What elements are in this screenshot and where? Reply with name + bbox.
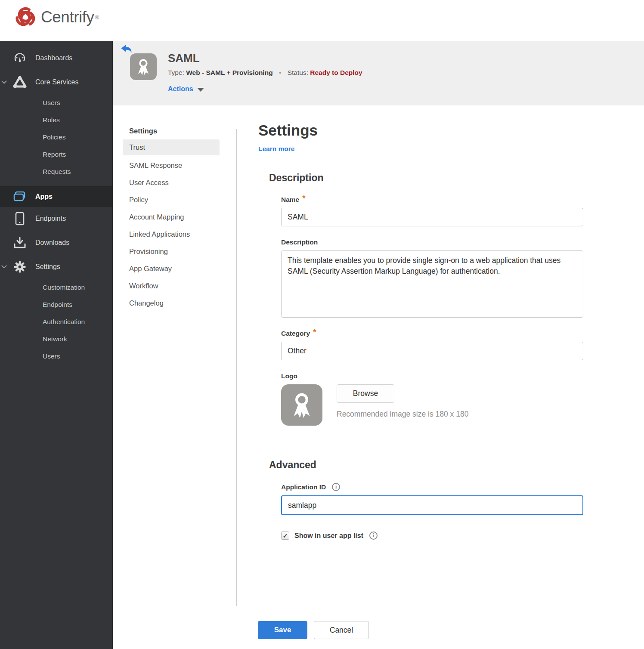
back-arrow-icon[interactable] [121, 44, 133, 55]
subnav-item-policy[interactable]: Policy [123, 191, 220, 208]
sidebar-item-settings-users[interactable]: Users [0, 348, 112, 365]
apps-icon [12, 191, 28, 202]
status-badge: Ready to Deploy [310, 69, 362, 76]
award-ribbon-icon [288, 390, 315, 420]
centrify-swirl-icon [14, 6, 37, 28]
subnav-item-saml-response[interactable]: SAML Response [123, 157, 220, 174]
sidebar-item-policies[interactable]: Policies [0, 129, 112, 146]
description-label: Description [281, 238, 598, 246]
application-id-label: Application ID [281, 483, 326, 491]
app-header: SAML Type: Web - SAML + Provisioning • S… [113, 41, 644, 105]
subnav-list: Trust SAML Response User Access Policy A… [123, 139, 220, 312]
required-asterisk: * [302, 194, 305, 203]
logo-size-hint: Recommended image size is 180 x 180 [337, 410, 468, 419]
sidebar-spacer [0, 41, 112, 46]
application-id-field[interactable] [281, 495, 583, 515]
sidebar-item-requests[interactable]: Requests [0, 163, 112, 180]
sidebar-item-label: Apps [35, 193, 53, 201]
subnav-item-provisioning[interactable]: Provisioning [123, 243, 220, 260]
advanced-heading: Advanced [269, 459, 598, 471]
name-label-row: Name * [281, 196, 598, 204]
sidebar-item-users[interactable]: Users [0, 94, 112, 111]
sidebar-item-dashboards[interactable]: Dashboards [0, 46, 112, 70]
download-icon [12, 236, 28, 249]
sidebar-item-settings-endpoints[interactable]: Endpoints [0, 296, 112, 313]
category-label: Category [281, 330, 310, 337]
gear-icon [12, 260, 28, 273]
sidebar-item-customization[interactable]: Customization [0, 279, 112, 296]
settings-form: Settings Learn more Description Name * D… [258, 122, 598, 540]
subnav-item-user-access[interactable]: User Access [123, 174, 220, 191]
award-ribbon-icon [135, 57, 152, 76]
sidebar-item-roles[interactable]: Roles [0, 111, 112, 129]
subnav-item-account-mapping[interactable]: Account Mapping [123, 208, 220, 226]
save-button[interactable]: Save [258, 621, 307, 639]
form-footer: Save Cancel [258, 621, 369, 639]
actions-label: Actions [168, 85, 193, 93]
top-bar: Centrify ® [0, 0, 644, 41]
brand-logo: Centrify ® [14, 6, 99, 28]
sidebar-item-network[interactable]: Network [0, 331, 112, 348]
dot-separator: • [279, 69, 281, 76]
application-id-label-row: Application ID i [281, 483, 598, 491]
sidebar-item-label: Dashboards [35, 54, 72, 62]
show-in-user-app-list-label: Show in user app list [294, 532, 363, 540]
subnav-item-trust[interactable]: Trust [123, 139, 220, 155]
learn-more-link[interactable]: Learn more [258, 145, 294, 153]
name-label: Name [281, 196, 299, 204]
type-value: Web - SAML + Provisioning [186, 69, 272, 76]
subnav-item-changelog[interactable]: Changelog [123, 294, 220, 312]
page-title: SAML [168, 52, 200, 65]
cancel-button[interactable]: Cancel [314, 621, 369, 639]
subnav-item-app-gateway[interactable]: App Gateway [123, 260, 220, 277]
sidebar-item-label: Endpoints [35, 215, 66, 223]
chevron-down-icon[interactable] [2, 79, 6, 83]
sidebar-item-reports[interactable]: Reports [0, 146, 112, 163]
sidebar-item-apps[interactable]: Apps [0, 186, 112, 207]
device-icon [12, 212, 28, 226]
sidebar-item-core-services[interactable]: Core Services [0, 70, 112, 94]
core-services-icon [12, 76, 28, 89]
chevron-down-icon[interactable] [2, 264, 6, 268]
gauge-icon [12, 52, 28, 65]
browse-button[interactable]: Browse [337, 384, 394, 403]
saml-app-icon [130, 53, 157, 80]
sidebar: Dashboards Core Services Users Roles Pol… [0, 41, 113, 649]
description-heading: Description [269, 172, 598, 184]
brand-registered-mark: ® [95, 14, 99, 21]
logo-preview [281, 384, 322, 426]
subnav-item-linked-applications[interactable]: Linked Applications [123, 226, 220, 243]
actions-dropdown[interactable]: Actions [168, 85, 204, 93]
logo-label: Logo [281, 372, 598, 380]
section-title: Settings [258, 122, 598, 139]
show-in-user-app-list-row: ✓ Show in user app list i [281, 532, 598, 540]
vertical-divider [236, 129, 237, 606]
subnav-title: Settings [129, 127, 236, 135]
category-label-row: Category * [281, 330, 598, 337]
settings-subnav: Settings Trust SAML Response User Access… [113, 105, 236, 312]
category-field[interactable] [281, 342, 583, 360]
status-label: Status: [288, 69, 308, 76]
sidebar-item-authentication[interactable]: Authentication [0, 313, 112, 331]
info-icon[interactable]: i [369, 532, 378, 540]
show-in-user-app-list-checkbox[interactable]: ✓ [281, 532, 289, 540]
app-meta: Type: Web - SAML + Provisioning • Status… [168, 69, 362, 77]
sidebar-gap [0, 180, 112, 186]
dropdown-triangle-icon [197, 88, 204, 92]
type-label: Type: [168, 69, 184, 76]
required-asterisk: * [313, 328, 316, 337]
sidebar-item-label: Downloads [35, 239, 69, 247]
name-field[interactable] [281, 208, 583, 226]
info-icon[interactable]: i [332, 483, 340, 491]
sidebar-item-downloads[interactable]: Downloads [0, 231, 112, 255]
brand-name: Centrify [41, 8, 94, 26]
subnav-item-workflow[interactable]: Workflow [123, 277, 220, 294]
sidebar-item-label: Settings [35, 263, 60, 271]
sidebar-item-settings[interactable]: Settings [0, 255, 112, 279]
sidebar-item-label: Core Services [35, 78, 78, 86]
sidebar-item-endpoints[interactable]: Endpoints [0, 207, 112, 231]
description-field[interactable]: This template enables you to provide sin… [281, 250, 583, 318]
